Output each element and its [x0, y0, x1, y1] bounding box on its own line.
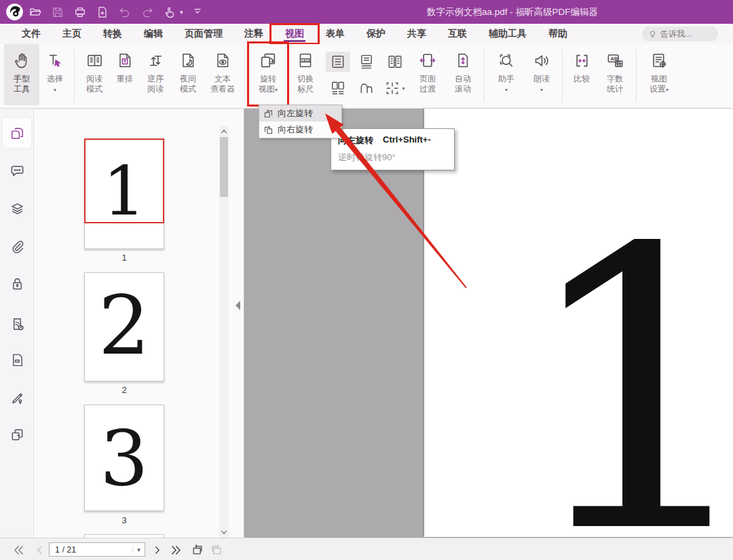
- undo-icon[interactable]: [118, 5, 132, 19]
- signatures-panel-button[interactable]: [3, 382, 31, 412]
- scroll-up-icon[interactable]: [220, 128, 228, 136]
- pdf-page[interactable]: [424, 109, 733, 537]
- page-list-caret-icon[interactable]: ▾: [132, 546, 145, 553]
- pages-panel-button[interactable]: [3, 118, 31, 148]
- night-mode-button[interactable]: 夜间 模式: [172, 44, 204, 105]
- tab-accessibility[interactable]: 辅助工具: [478, 24, 538, 43]
- tab-edit[interactable]: 编辑: [133, 24, 174, 43]
- tab-comment[interactable]: 注释: [233, 24, 274, 43]
- tab-help[interactable]: 帮助: [538, 24, 578, 43]
- page-transition-button[interactable]: 页面 过渡: [410, 44, 445, 105]
- redo-icon[interactable]: [140, 5, 154, 19]
- auto-scroll-button[interactable]: 自动 滚动: [445, 44, 481, 105]
- split-view-button[interactable]: ▾: [383, 78, 407, 98]
- first-page-button[interactable]: [12, 544, 25, 557]
- view-settings-button[interactable]: 视图 设置▾: [640, 44, 678, 105]
- previous-page-button[interactable]: [35, 545, 45, 555]
- tab-organize[interactable]: 页面管理: [174, 24, 233, 43]
- menu-item-rotate-left[interactable]: 向左旋转: [259, 105, 341, 122]
- text-viewer-button[interactable]: 文本 查看器: [204, 44, 241, 105]
- print-icon[interactable]: [73, 5, 87, 19]
- rotate-view-label: 旋转 视图▾: [259, 74, 278, 95]
- auto-scroll-icon: [454, 49, 472, 72]
- touch-mode-icon[interactable]: [163, 5, 176, 19]
- rotate-left-icon: [263, 109, 274, 119]
- thumbnail-page-1[interactable]: 1: [84, 138, 164, 249]
- panel-collapse-handle[interactable]: [234, 300, 241, 311]
- hand-icon: [13, 49, 31, 72]
- rotate-right-button[interactable]: [210, 543, 223, 557]
- ribbon-divider: [74, 49, 75, 102]
- hand-tool-label: 手型 工具: [14, 74, 30, 94]
- page-number-input[interactable]: 1 / 21 ▾: [49, 542, 145, 557]
- tab-home[interactable]: 主页: [52, 24, 92, 43]
- magnifier-icon: [497, 49, 516, 72]
- rotate-left-button[interactable]: [191, 543, 204, 557]
- rotate-view-button[interactable]: 旋转 视图▾: [248, 44, 288, 105]
- snapshot-panel-button[interactable]: [3, 419, 31, 449]
- open-file-icon[interactable]: [29, 5, 42, 19]
- read-aloud-label: 朗读▾: [533, 74, 550, 95]
- customize-toolbar-icon[interactable]: [192, 5, 206, 19]
- destinations-panel-button[interactable]: [3, 345, 31, 375]
- thumbnail-label-3: 3: [84, 515, 164, 525]
- tab-view[interactable]: 视图: [274, 24, 315, 43]
- toggle-ruler-button[interactable]: 切换 标尺: [288, 44, 323, 105]
- quick-access-toolbar: ▾: [29, 0, 206, 24]
- scrollbar-thumb[interactable]: [220, 137, 228, 197]
- read-mode-label: 阅读 模式: [86, 74, 102, 94]
- last-page-button[interactable]: [170, 544, 183, 557]
- tab-convert[interactable]: 转换: [92, 24, 133, 43]
- word-count-icon: AB: [606, 49, 624, 72]
- menu-item-label: 向右旋转: [278, 124, 313, 136]
- view-settings-label: 视图 设置▾: [650, 74, 669, 95]
- thumbnail-page-3[interactable]: 3: [84, 405, 164, 511]
- reverse-reading-button[interactable]: 逆序 阅读: [139, 44, 172, 105]
- text-viewer-label: 文本 查看器: [210, 74, 235, 94]
- page-indicator-value[interactable]: 1 / 21: [50, 545, 132, 555]
- comments-panel-button[interactable]: [3, 155, 31, 185]
- split-view-caret-icon: ▾: [402, 86, 405, 92]
- read-aloud-button[interactable]: 朗读▾: [525, 44, 559, 105]
- reflow-button[interactable]: 重排: [111, 44, 139, 105]
- hand-tool-button[interactable]: 手型 工具: [4, 44, 39, 105]
- facing-view-button[interactable]: [383, 52, 407, 72]
- tab-share[interactable]: 共享: [396, 24, 437, 43]
- page-transition-icon: [418, 49, 437, 72]
- continuous-facing-view-button[interactable]: [326, 78, 350, 98]
- thumbnail-label-1: 1: [84, 253, 164, 263]
- security-panel-button[interactable]: [3, 269, 31, 299]
- scroll-down-icon[interactable]: [220, 528, 228, 536]
- tab-protect[interactable]: 保护: [356, 24, 396, 43]
- view-settings-icon: [650, 49, 669, 72]
- title-bar: ▾ 数字示例文档aa.pdf - 福昕高级PDF编辑器: [0, 0, 733, 24]
- toggle-ruler-label: 切换 标尺: [297, 74, 314, 94]
- page-thumbnails-panel: 1 1 2 2 3 3: [34, 109, 244, 538]
- save-icon[interactable]: [51, 5, 64, 19]
- tab-file[interactable]: 文件: [11, 24, 52, 43]
- book-view-button[interactable]: [354, 78, 379, 98]
- compare-button[interactable]: 比较: [566, 44, 597, 105]
- select-tool-button[interactable]: 选择▾: [39, 44, 71, 105]
- menu-item-rotate-right[interactable]: 向右旋转: [259, 122, 341, 138]
- document-canvas[interactable]: 1: [244, 109, 733, 538]
- tell-me-search[interactable]: [642, 26, 718, 41]
- status-bar: 1 / 21 ▾: [0, 538, 733, 560]
- single-page-view-button[interactable]: [326, 52, 350, 72]
- next-page-button[interactable]: [152, 545, 162, 555]
- shared-review-panel-button[interactable]: [3, 309, 31, 339]
- thumbnail-scrollbar[interactable]: [219, 126, 229, 538]
- search-input[interactable]: [660, 29, 709, 39]
- word-count-button[interactable]: AB 字数 统计: [597, 44, 633, 105]
- continuous-view-button[interactable]: [354, 52, 379, 72]
- attachments-panel-button[interactable]: [3, 231, 31, 261]
- read-mode-button[interactable]: 阅读 模式: [78, 44, 111, 105]
- layers-panel-button[interactable]: [3, 193, 31, 223]
- thumbnail-page-2[interactable]: 2: [84, 272, 164, 381]
- touch-mode-caret-icon[interactable]: ▾: [180, 9, 183, 16]
- rotate-left-tooltip: 向左旋转 Ctrl+Shift+- 逆时针旋转90°: [331, 128, 455, 170]
- assistant-button[interactable]: 助手▾: [488, 44, 525, 105]
- tab-form[interactable]: 表单: [315, 24, 356, 43]
- new-document-icon[interactable]: [96, 5, 109, 19]
- tab-connect[interactable]: 互联: [437, 24, 478, 43]
